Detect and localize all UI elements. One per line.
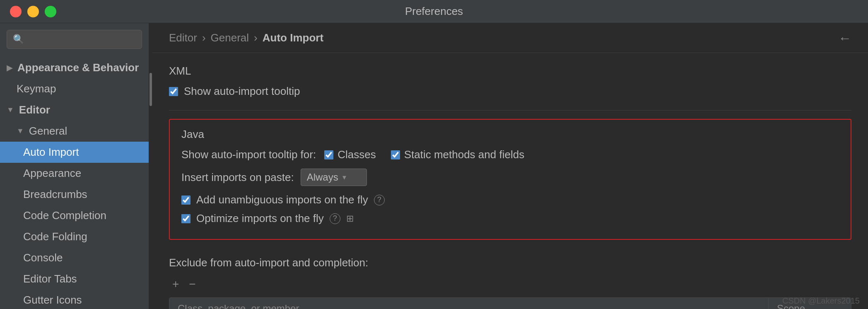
optimize-imports-help-icon[interactable]: ? xyxy=(330,213,340,224)
sidebar-item-appearance[interactable]: Appearance xyxy=(0,163,149,184)
maximize-button[interactable] xyxy=(45,6,56,17)
add-unambiguous-label[interactable]: Add unambiguous imports on the fly xyxy=(181,193,368,206)
show-auto-import-for-label: Show auto-import tooltip for: xyxy=(181,148,316,161)
chevron-icon: ▼ xyxy=(7,106,14,114)
sidebar-item-label: Code Folding xyxy=(23,230,87,243)
xml-section: XML Show auto-import tooltip xyxy=(152,53,868,110)
sidebar-item-editor[interactable]: ▼ Editor xyxy=(0,99,149,121)
exclude-toolbar: + − xyxy=(169,276,851,292)
window-title: Preferences xyxy=(405,5,463,18)
dropdown-arrow-icon: ▾ xyxy=(342,173,346,182)
add-unambiguous-checkbox[interactable] xyxy=(181,196,190,205)
sidebar-item-appearance-behavior[interactable]: ▶ Appearance & Behavior xyxy=(0,57,149,78)
sidebar-item-editor-tabs[interactable]: Editor Tabs xyxy=(0,268,149,290)
insert-imports-row: Insert imports on paste: Always ▾ xyxy=(181,169,839,186)
insert-imports-dropdown[interactable]: Always ▾ xyxy=(301,169,367,186)
back-button[interactable]: ← xyxy=(838,31,851,46)
sidebar-item-general[interactable]: ▼ General xyxy=(0,121,149,142)
sidebar-item-label: Editor Tabs xyxy=(23,273,77,285)
add-unambiguous-text: Add unambiguous imports on the fly xyxy=(196,193,368,206)
sidebar-item-label: Gutter Icons xyxy=(23,294,82,307)
optimize-imports-row: Optimize imports on the fly ? ⊞ xyxy=(181,212,839,225)
breadcrumb-sep1: › xyxy=(202,31,206,44)
show-auto-import-tooltip-checkbox[interactable] xyxy=(169,87,178,96)
classes-checkbox[interactable] xyxy=(324,150,333,159)
add-exclude-button[interactable]: + xyxy=(169,276,182,292)
search-icon: 🔍 xyxy=(13,34,24,45)
chevron-icon: ▶ xyxy=(7,63,12,72)
breadcrumb-editor: Editor xyxy=(169,31,197,44)
breadcrumb-sep2: › xyxy=(254,31,258,44)
sidebar-item-code-completion[interactable]: Code Completion xyxy=(0,205,149,226)
main-layout: 🔍 ▶ Appearance & Behavior Keymap ▼ Edito… xyxy=(0,23,868,309)
scroll-thumb[interactable] xyxy=(149,73,152,106)
sidebar-item-breadcrumbs[interactable]: Breadcrumbs xyxy=(0,184,149,205)
insert-imports-label: Insert imports on paste: xyxy=(181,171,294,184)
exclude-title: Exclude from auto-import and completion: xyxy=(169,256,851,269)
sidebar-item-code-folding[interactable]: Code Folding xyxy=(0,226,149,247)
java-section-title: Java xyxy=(181,128,839,141)
auto-import-tooltip-for-row: Show auto-import tooltip for: Classes St… xyxy=(181,148,839,161)
search-box[interactable]: 🔍 xyxy=(7,30,142,49)
breadcrumb-auto-import: Auto Import xyxy=(263,31,323,44)
show-auto-import-tooltip-label[interactable]: Show auto-import tooltip xyxy=(169,85,300,98)
sidebar-item-keymap[interactable]: Keymap xyxy=(0,78,149,99)
static-methods-checkbox[interactable] xyxy=(391,150,400,159)
optimize-imports-text: Optimize imports on the fly xyxy=(196,212,324,225)
close-button[interactable] xyxy=(10,6,22,17)
classes-group: Classes xyxy=(324,148,376,161)
sidebar-item-label: Breadcrumbs xyxy=(23,188,87,201)
content-area: ← Editor › General › Auto Import XML Sho… xyxy=(152,23,868,309)
show-auto-import-tooltip-text: Show auto-import tooltip xyxy=(184,85,300,98)
static-methods-label: Static methods and fields xyxy=(404,148,525,161)
sidebar-item-console[interactable]: Console xyxy=(0,247,149,268)
sidebar-item-label: Appearance xyxy=(23,167,81,180)
sidebar-item-label: Auto Import xyxy=(23,146,79,159)
sidebar-item-label: Appearance & Behavior xyxy=(17,61,139,74)
sidebar-item-label: Keymap xyxy=(17,82,56,95)
remove-exclude-button[interactable]: − xyxy=(186,276,199,292)
add-unambiguous-row: Add unambiguous imports on the fly ? xyxy=(181,193,839,206)
sidebar-item-label: Editor xyxy=(19,104,50,116)
java-section: Java Show auto-import tooltip for: Class… xyxy=(169,119,851,240)
add-unambiguous-help-icon[interactable]: ? xyxy=(374,195,385,205)
search-input[interactable] xyxy=(28,34,136,45)
classes-label: Classes xyxy=(338,148,376,161)
table-header: Class, package, or member Scope xyxy=(169,298,851,309)
static-methods-group: Static methods and fields xyxy=(391,148,525,161)
sidebar-item-label: Code Completion xyxy=(23,209,106,222)
minimize-button[interactable] xyxy=(27,6,39,17)
table-col-main: Class, package, or member xyxy=(169,298,768,309)
exclude-table: Class, package, or member Scope xyxy=(169,297,851,309)
breadcrumb: Editor › General › Auto Import xyxy=(152,23,868,53)
sidebar-item-auto-import[interactable]: Auto Import xyxy=(0,142,149,163)
sidebar-item-label: Console xyxy=(23,251,63,264)
footer-credit: CSDN @Lakers2015 xyxy=(782,296,860,306)
show-auto-import-tooltip-row: Show auto-import tooltip xyxy=(169,85,851,98)
exclude-section: Exclude from auto-import and completion:… xyxy=(152,248,868,309)
xml-section-title: XML xyxy=(169,65,851,77)
optimize-imports-checkbox[interactable] xyxy=(181,214,190,223)
scroll-track[interactable] xyxy=(149,23,152,309)
section-divider xyxy=(169,110,851,111)
sidebar: 🔍 ▶ Appearance & Behavior Keymap ▼ Edito… xyxy=(0,23,149,309)
title-bar: Preferences xyxy=(0,0,868,23)
insert-imports-value: Always xyxy=(307,171,338,183)
breadcrumb-general: General xyxy=(211,31,249,44)
chevron-icon: ▼ xyxy=(17,127,24,135)
doc-icon[interactable]: ⊞ xyxy=(346,213,354,224)
optimize-imports-label[interactable]: Optimize imports on the fly xyxy=(181,212,324,225)
sidebar-item-label: General xyxy=(29,125,68,138)
sidebar-item-gutter-icons[interactable]: Gutter Icons xyxy=(0,290,149,309)
window-controls xyxy=(10,6,56,17)
